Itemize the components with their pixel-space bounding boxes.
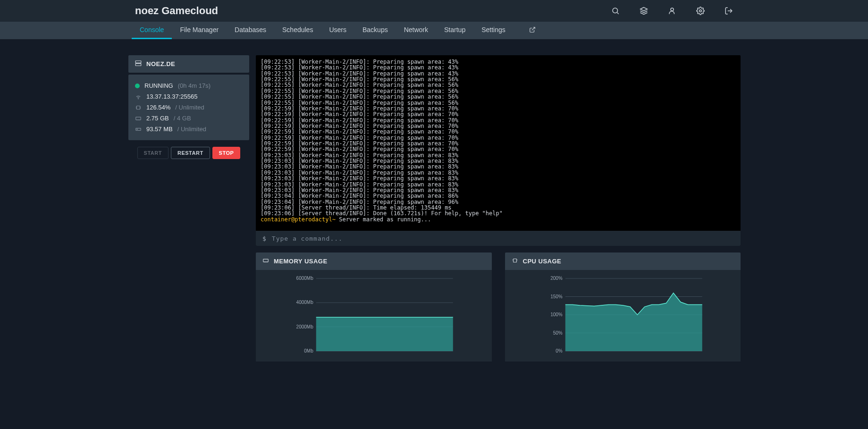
status-dot-icon xyxy=(135,84,140,88)
stop-button[interactable]: STOP xyxy=(212,147,241,159)
hdd-icon xyxy=(135,126,142,133)
console-line: [09:22:59] [Worker-Main-2/INFO]: Prepari… xyxy=(261,111,736,117)
server-icon xyxy=(135,60,142,68)
external-link-icon[interactable] xyxy=(521,22,544,39)
console-line: [09:23:04] [Worker-Main-2/INFO]: Prepari… xyxy=(261,193,736,199)
console-line: [09:23:03] [Worker-Main-2/INFO]: Prepari… xyxy=(261,176,736,181)
memory-chart-title: MEMORY USAGE xyxy=(274,258,328,265)
svg-line-6 xyxy=(532,27,535,30)
memory-chart-icon xyxy=(262,257,269,265)
nav-tab-startup[interactable]: Startup xyxy=(436,22,473,39)
console-input-row: $ xyxy=(256,231,741,246)
svg-point-22 xyxy=(137,129,137,129)
power-buttons: START RESTART STOP xyxy=(128,147,249,159)
svg-rect-12 xyxy=(137,106,140,109)
memory-chart: 0Mb2000Mb4000Mb6000Mb xyxy=(261,276,487,356)
disk-limit: / Unlimited xyxy=(177,126,206,133)
svg-text:0Mb: 0Mb xyxy=(304,348,313,353)
cpu-row: 126.54% / Unlimited xyxy=(135,102,243,113)
svg-rect-17 xyxy=(136,117,141,120)
cpu-limit: / Unlimited xyxy=(175,104,204,111)
app-header: noez Gamecloud xyxy=(0,0,868,22)
content-area: NOEZ.DE RUNNING (0h 4m 17s) 13.37.13.37:… xyxy=(0,39,868,362)
layers-icon[interactable] xyxy=(640,7,648,15)
nav-tab-network[interactable]: Network xyxy=(396,22,436,39)
svg-text:50%: 50% xyxy=(553,330,562,336)
nav-tab-backups[interactable]: Backups xyxy=(354,22,396,39)
address-row: 13.37.13.37:25565 xyxy=(135,91,243,102)
address-text: 13.37.13.37:25565 xyxy=(146,93,197,100)
main-nav: ConsoleFile ManagerDatabasesSchedulesUse… xyxy=(0,22,868,39)
server-name: NOEZ.DE xyxy=(146,60,175,67)
brand-title: noez Gamecloud xyxy=(135,5,218,17)
sidebar: NOEZ.DE RUNNING (0h 4m 17s) 13.37.13.37:… xyxy=(128,55,249,159)
console-output[interactable]: [09:22:53] [Worker-Main-2/INFO]: Prepari… xyxy=(256,55,741,231)
nav-tab-file-manager[interactable]: File Manager xyxy=(172,22,227,39)
memory-limit: / 4 GB xyxy=(174,115,191,122)
nav-tab-settings[interactable]: Settings xyxy=(473,22,514,39)
svg-text:6000Mb: 6000Mb xyxy=(296,276,314,281)
nav-tab-schedules[interactable]: Schedules xyxy=(274,22,321,39)
nav-tab-users[interactable]: Users xyxy=(321,22,354,39)
svg-text:4000Mb: 4000Mb xyxy=(296,300,314,305)
main-column: [09:22:53] [Worker-Main-2/INFO]: Prepari… xyxy=(256,55,741,362)
uptime-text: (0h 4m 17s) xyxy=(178,82,211,89)
svg-point-4 xyxy=(699,10,702,12)
console-line: [09:22:55] [Worker-Main-2/INFO]: Prepari… xyxy=(261,94,736,100)
memory-chart-card: MEMORY USAGE 0Mb2000Mb4000Mb6000Mb xyxy=(256,252,492,362)
svg-rect-7 xyxy=(135,61,141,63)
svg-point-0 xyxy=(613,8,618,13)
cpu-chart-title: CPU USAGE xyxy=(523,258,562,265)
svg-rect-35 xyxy=(513,259,516,262)
console-panel: [09:22:53] [Worker-Main-2/INFO]: Prepari… xyxy=(256,55,741,246)
cpu-chart: 0%50%100%150%200% xyxy=(510,276,736,356)
chip-icon xyxy=(135,104,142,111)
disk-row: 93.57 MB / Unlimited xyxy=(135,124,243,135)
header-icon-group xyxy=(611,7,860,15)
user-icon[interactable] xyxy=(668,7,676,15)
memory-icon xyxy=(135,115,142,122)
svg-text:200%: 200% xyxy=(550,276,563,281)
console-input[interactable] xyxy=(272,235,734,242)
disk-value: 93.57 MB xyxy=(146,126,173,133)
svg-text:150%: 150% xyxy=(550,294,563,299)
console-line: [09:23:03] [Worker-Main-2/INFO]: Prepari… xyxy=(261,164,736,169)
cpu-chart-icon xyxy=(512,257,518,265)
nav-tab-databases[interactable]: Databases xyxy=(227,22,274,39)
svg-rect-8 xyxy=(135,64,141,66)
restart-button[interactable]: RESTART xyxy=(171,147,210,159)
cpu-value: 126.54% xyxy=(146,104,170,111)
gears-icon[interactable] xyxy=(696,7,705,15)
wifi-icon xyxy=(135,93,142,100)
nav-tab-console[interactable]: Console xyxy=(132,22,172,39)
server-title-panel: NOEZ.DE xyxy=(128,55,249,73)
console-line: [09:22:53] [Worker-Main-2/INFO]: Prepari… xyxy=(261,65,736,70)
console-line: [09:22:59] [Worker-Main-2/INFO]: Prepari… xyxy=(261,129,736,135)
memory-value: 2.75 GB xyxy=(146,115,169,122)
svg-rect-23 xyxy=(263,259,269,262)
console-line: [09:22:55] [Worker-Main-2/INFO]: Prepari… xyxy=(261,82,736,88)
logout-icon[interactable] xyxy=(725,7,733,15)
svg-point-11 xyxy=(138,98,138,99)
svg-text:0%: 0% xyxy=(556,348,563,353)
svg-text:100%: 100% xyxy=(550,312,563,317)
svg-rect-21 xyxy=(136,128,141,130)
prompt-symbol: $ xyxy=(262,235,266,242)
status-row: RUNNING (0h 4m 17s) xyxy=(135,80,243,91)
status-text: RUNNING xyxy=(144,82,173,89)
memory-row: 2.75 GB / 4 GB xyxy=(135,113,243,124)
search-icon[interactable] xyxy=(611,7,620,15)
cpu-chart-card: CPU USAGE 0%50%100%150%200% xyxy=(505,252,741,362)
svg-text:2000Mb: 2000Mb xyxy=(296,324,314,329)
start-button[interactable]: START xyxy=(137,147,169,159)
charts-row: MEMORY USAGE 0Mb2000Mb4000Mb6000Mb CPU U… xyxy=(256,252,741,362)
svg-point-3 xyxy=(671,8,674,11)
svg-marker-2 xyxy=(640,8,648,11)
console-line: [09:22:59] [Worker-Main-2/INFO]: Prepari… xyxy=(261,146,736,152)
console-prompt-line: container@pterodactyl~ Server marked as … xyxy=(261,217,736,222)
server-stats-panel: RUNNING (0h 4m 17s) 13.37.13.37:25565 12… xyxy=(128,75,249,140)
svg-line-1 xyxy=(617,12,618,14)
